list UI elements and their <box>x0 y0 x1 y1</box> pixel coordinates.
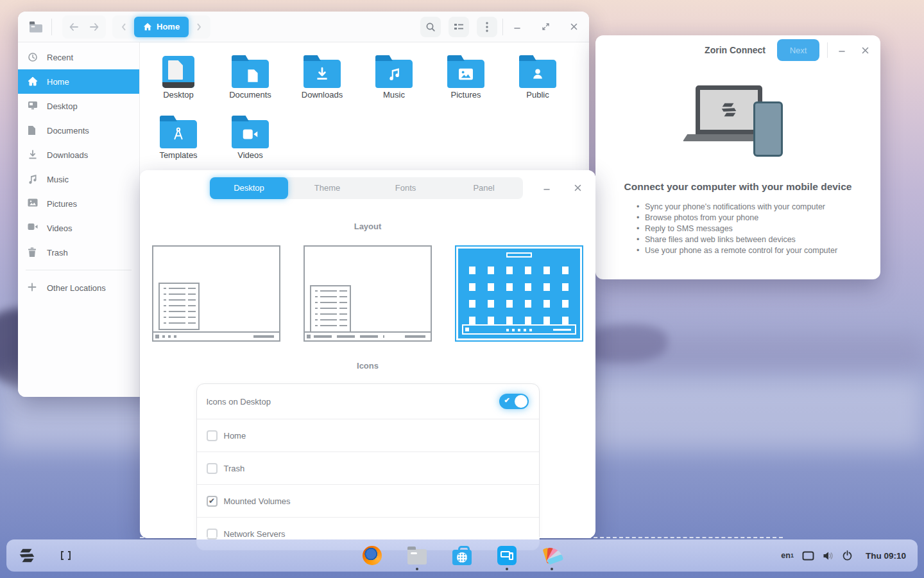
icons-settings-card: Icons on Desktop ✔ ✔ Home ✔ Trash ✔ Moun… <box>196 383 540 550</box>
folder-music[interactable]: Music <box>358 51 430 112</box>
path-current-label: Home <box>157 22 180 31</box>
feature-item: Sync your phone's notifications with you… <box>637 202 880 213</box>
layout-option-windowlist[interactable] <box>304 245 432 342</box>
sidebar-item-documents[interactable]: Documents <box>18 118 139 143</box>
layout-option-taskbar[interactable] <box>152 245 280 342</box>
back-button[interactable] <box>64 17 84 37</box>
sidebar-item-pictures[interactable]: Pictures <box>18 191 139 216</box>
sidebar-item-home[interactable]: Home <box>18 69 139 94</box>
maximize-button[interactable] <box>536 18 554 36</box>
check-icon: ✔ <box>504 396 510 405</box>
close-button[interactable] <box>856 41 874 59</box>
sidebar-item-recent[interactable]: Recent <box>18 45 139 69</box>
files-button[interactable] <box>407 542 427 569</box>
sidebar-item-videos[interactable]: Videos <box>18 216 139 240</box>
sidebar-item-downloads[interactable]: Downloads <box>18 143 139 167</box>
trash-checkbox[interactable]: ✔ <box>207 463 218 474</box>
forward-button[interactable] <box>84 17 105 37</box>
sidebar-item-other-locations[interactable]: Other Locations <box>18 276 139 300</box>
laptop-icon <box>696 85 762 134</box>
firefox-icon <box>363 546 382 565</box>
sidebar-item-label: Desktop <box>47 101 78 111</box>
tab-desktop[interactable]: Desktop <box>210 177 288 199</box>
nav-group <box>62 15 106 39</box>
video-camera-icon <box>28 223 38 233</box>
folder-videos[interactable]: Videos <box>214 112 286 172</box>
icons-on-desktop-toggle[interactable]: ✔ <box>499 394 529 409</box>
files-app-icon[interactable] <box>26 17 46 37</box>
desktop[interactable]: Home <box>0 0 924 578</box>
folder-documents[interactable]: Documents <box>214 51 286 112</box>
power-icon <box>843 550 852 561</box>
zorin-menu-button[interactable] <box>15 543 38 568</box>
toggle-knob <box>515 395 527 408</box>
next-button[interactable]: Next <box>777 39 819 61</box>
minimize-button[interactable] <box>538 179 556 197</box>
tab-theme[interactable]: Theme <box>288 177 366 199</box>
search-button[interactable] <box>420 17 441 37</box>
desktop-icon <box>28 101 38 111</box>
folder-downloads[interactable]: Downloads <box>286 51 358 112</box>
close-button[interactable] <box>569 179 586 197</box>
layout-preview-menu <box>158 283 200 330</box>
sidebar-item-label: Downloads <box>47 150 88 160</box>
list-view-icon <box>454 22 464 31</box>
folder-label: Pictures <box>451 90 481 100</box>
layout-preview-menu <box>310 285 351 333</box>
volume-indicator[interactable] <box>823 551 834 561</box>
maximize-icon <box>542 22 550 31</box>
menu-button[interactable] <box>477 17 497 37</box>
keyboard-layout-indicator[interactable]: en1 <box>781 551 794 560</box>
folder-desktop[interactable]: Desktop <box>142 51 214 112</box>
picture-icon <box>28 198 38 209</box>
clock[interactable]: Thu 09:10 <box>866 551 906 561</box>
mounted-volumes-checkbox[interactable]: ✔ <box>207 496 218 507</box>
zorin-appearance-window: Desktop Theme Fonts Panel Layout <box>140 170 595 538</box>
sidebar-item-trash[interactable]: Trash <box>18 240 139 265</box>
appearance-swatches-icon <box>542 545 561 566</box>
folder-public[interactable]: Public <box>502 51 574 112</box>
layout-preview-grid <box>458 249 580 338</box>
sidebar-item-music[interactable]: Music <box>18 167 139 191</box>
path-home-button[interactable]: Home <box>134 17 189 37</box>
software-button[interactable] <box>452 542 472 569</box>
zorin-appearance-button[interactable] <box>542 542 561 569</box>
files-icon <box>407 549 427 565</box>
zorin-connect-button[interactable] <box>497 542 517 569</box>
feature-item: Share files and web links between device… <box>637 234 880 245</box>
sidebar-item-desktop[interactable]: Desktop <box>18 94 139 118</box>
close-button[interactable] <box>565 18 583 36</box>
feature-item: Browse photos from your phone <box>637 213 880 223</box>
toolbar-divider <box>502 19 503 35</box>
zorin-logo-icon <box>17 546 37 565</box>
folder-templates[interactable]: Templates <box>142 112 214 172</box>
connect-header: Zorin Connect Next <box>595 35 880 65</box>
folder-label: Public <box>526 90 549 100</box>
connect-heading: Connect your computer with your mobile d… <box>595 181 880 193</box>
taskbar-app-icons <box>363 542 561 569</box>
path-scroll-right-icon[interactable] <box>189 17 209 37</box>
checkbox-label: Trash <box>224 464 245 473</box>
tab-panel[interactable]: Panel <box>445 177 523 199</box>
display-indicator[interactable] <box>802 551 814 561</box>
download-icon <box>28 150 38 160</box>
minimize-button[interactable] <box>833 41 851 59</box>
home-checkbox[interactable]: ✔ <box>207 430 218 441</box>
folder-app-icon <box>29 21 43 33</box>
path-scroll-left-icon[interactable] <box>114 17 134 37</box>
folder-label: Videos <box>237 150 263 160</box>
trash-icon <box>28 247 38 258</box>
tab-fonts[interactable]: Fonts <box>366 177 445 199</box>
folder-pictures[interactable]: Pictures <box>430 51 502 112</box>
activities-overview-button[interactable] <box>54 543 77 568</box>
power-indicator[interactable] <box>843 550 852 561</box>
folder-label: Music <box>383 90 405 100</box>
folder-label: Templates <box>159 150 197 160</box>
desktop-item-icon <box>162 56 194 88</box>
firefox-button[interactable] <box>363 542 382 569</box>
view-toggle-button[interactable] <box>449 17 469 37</box>
folder-icon <box>519 60 556 88</box>
minimize-button[interactable] <box>508 18 526 36</box>
layout-option-grid-selected[interactable] <box>455 245 583 342</box>
appearance-header: Desktop Theme Fonts Panel <box>140 170 595 206</box>
